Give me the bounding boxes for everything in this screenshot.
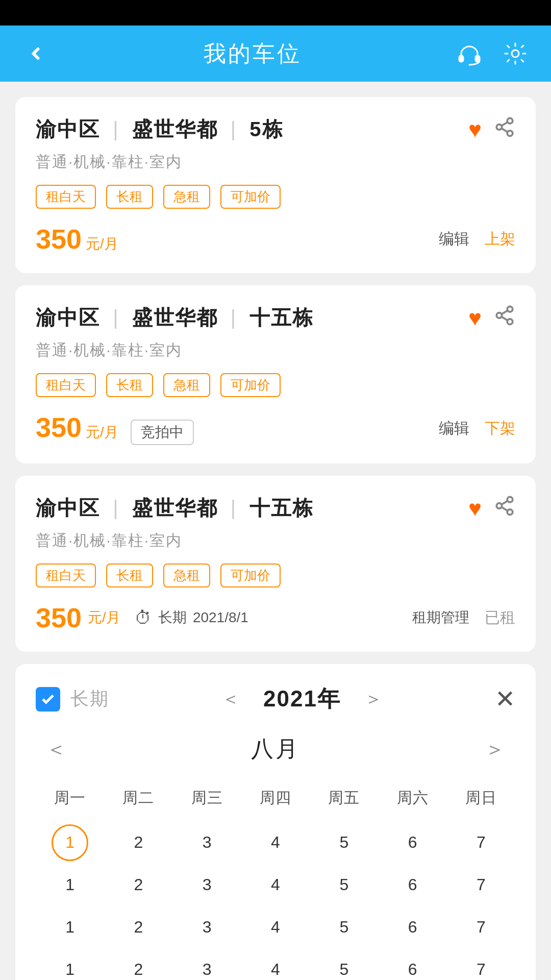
settings-button[interactable] — [500, 38, 531, 69]
calendar-day[interactable]: 7 — [447, 824, 515, 861]
calendar-day[interactable]: 1 — [36, 909, 104, 946]
price-number-2: 350 — [36, 411, 82, 443]
calendar-day[interactable]: 3 — [173, 866, 241, 903]
calendar-day[interactable]: 3 — [173, 824, 241, 861]
calendar-day[interactable]: 1 — [36, 951, 104, 980]
card-2-actions: 编辑 下架 — [439, 418, 515, 439]
calendar-day[interactable]: 5 — [310, 866, 378, 903]
checkbox-area: 长期 — [36, 687, 109, 712]
share-icon-3[interactable] — [494, 495, 515, 521]
card-2-title: 渝中区 | 盛世华都 | 十五栋 — [36, 304, 314, 332]
weekday-1: 周二 — [104, 782, 172, 814]
calendar-day[interactable]: 3 — [173, 951, 241, 980]
weekday-2: 周三 — [173, 782, 241, 814]
price-unit-2: 元/月 — [86, 423, 118, 442]
svg-line-11 — [502, 317, 508, 321]
edit-button-2[interactable]: 编辑 — [439, 418, 469, 439]
tag-3: 可加价 — [220, 373, 281, 397]
calendar-day[interactable]: 5 — [310, 824, 378, 861]
calendar-day[interactable]: 6 — [378, 824, 446, 861]
card-3-title: 渝中区 | 盛世华都 | 十五栋 — [36, 494, 314, 522]
share-icon[interactable] — [494, 116, 515, 142]
card-2-icons: ♥ — [468, 305, 515, 331]
calendar-day[interactable]: 1 — [52, 824, 88, 861]
down-button-2[interactable]: 下架 — [485, 418, 515, 439]
price-unit: 元/月 — [86, 234, 118, 254]
calendar-day[interactable]: 3 — [173, 909, 241, 946]
card-3-rent-info: 350 元/月 ⏱ 长期 2021/8/1 — [36, 602, 248, 633]
price-number: 350 — [36, 223, 82, 255]
tag-0: 租白天 — [36, 185, 96, 209]
clock-icon: ⏱ — [135, 608, 152, 628]
month-next-button[interactable]: ＞ — [474, 731, 515, 767]
calendar-day[interactable]: 6 — [378, 951, 446, 980]
calendar-panel: 长期 ＜ 2021年 ＞ ✕ ＜ 八月 ＞ 周一 周二 周三 周四 周五 周六 … — [15, 664, 536, 980]
tag-1: 长租 — [106, 185, 153, 209]
card-3-actions: 租期管理 已租 — [412, 607, 515, 628]
tag-2: 急租 — [163, 373, 210, 397]
long-term-checkbox[interactable] — [36, 687, 60, 712]
calendar-day[interactable]: 7 — [447, 909, 515, 946]
tag-0: 租白天 — [36, 373, 96, 397]
favorite-icon-2[interactable]: ♥ — [468, 305, 482, 331]
card-1-tags: 租白天 长租 急租 可加价 — [36, 185, 515, 209]
tag-2: 急租 — [163, 185, 210, 209]
card-3-icons: ♥ — [468, 495, 515, 521]
calendar-day[interactable]: 4 — [241, 866, 310, 903]
auction-badge: 竞拍中 — [131, 420, 194, 445]
year-nav: ＜ 2021年 ＞ — [213, 682, 391, 716]
calendar-day[interactable]: 2 — [104, 866, 172, 903]
calendar-day[interactable]: 7 — [447, 866, 515, 903]
tag-3: 可加价 — [220, 564, 281, 587]
month-nav: ＜ 八月 ＞ — [36, 731, 515, 767]
calendar-day[interactable]: 6 — [378, 909, 446, 946]
svg-line-16 — [502, 507, 508, 511]
main-content: 渝中区 | 盛世华都 | 5栋 ♥ 普通·机械·靠柱·室内 租白天 长租 急租 — [0, 82, 551, 980]
calendar-day[interactable]: 5 — [310, 951, 378, 980]
rented-label: 已租 — [485, 607, 515, 628]
customer-service-button[interactable] — [454, 38, 485, 69]
calendar-day[interactable]: 4 — [241, 951, 310, 980]
month-prev-button[interactable]: ＜ — [36, 731, 77, 767]
month-label: 八月 — [251, 734, 300, 764]
rent-manage-button[interactable]: 租期管理 — [412, 608, 469, 627]
svg-line-7 — [502, 122, 508, 126]
share-icon-2[interactable] — [494, 305, 515, 331]
card-1-price: 350 元/月 — [36, 223, 118, 255]
weekday-0: 周一 — [36, 782, 104, 814]
calendar-day[interactable]: 1 — [36, 866, 104, 903]
year-prev-button[interactable]: ＜ — [213, 682, 248, 716]
card-2-subtitle: 普通·机械·靠柱·室内 — [36, 340, 515, 361]
shelve-button-1[interactable]: 上架 — [485, 229, 515, 250]
header-icons — [454, 38, 531, 69]
calendar-day[interactable]: 2 — [104, 909, 172, 946]
card-1-subtitle: 普通·机械·靠柱·室内 — [36, 152, 515, 173]
favorite-icon-3[interactable]: ♥ — [468, 496, 482, 521]
svg-line-6 — [502, 129, 508, 132]
svg-rect-0 — [459, 56, 463, 62]
calendar-day[interactable]: 4 — [241, 824, 310, 861]
card-1-bottom: 350 元/月 编辑 上架 — [36, 223, 515, 255]
edit-button-1[interactable]: 编辑 — [439, 229, 469, 250]
card-1-title: 渝中区 | 盛世华都 | 5栋 — [36, 115, 284, 143]
calendar-day[interactable]: 2 — [104, 824, 172, 861]
calendar-day[interactable]: 4 — [241, 909, 310, 946]
calendar-header: 长期 ＜ 2021年 ＞ ✕ — [36, 682, 515, 716]
calendar-day[interactable]: 5 — [310, 909, 378, 946]
favorite-icon[interactable]: ♥ — [468, 117, 482, 142]
calendar-days: 123456712345671234567123456712 — [36, 824, 515, 980]
svg-line-17 — [502, 501, 508, 504]
card-3-tags: 租白天 长租 急租 可加价 — [36, 564, 515, 587]
parking-card-2: 渝中区 | 盛世华都 | 十五栋 ♥ 普通·机械·靠柱·室内 租白天 长租 急租 — [15, 285, 536, 463]
tag-2: 急租 — [163, 564, 210, 587]
year-next-button[interactable]: ＞ — [356, 682, 391, 716]
card-3-bottom: 350 元/月 ⏱ 长期 2021/8/1 租期管理 已租 — [36, 602, 515, 633]
calendar-day[interactable]: 6 — [378, 866, 446, 903]
close-calendar-button[interactable]: ✕ — [495, 687, 515, 712]
back-button[interactable] — [20, 38, 51, 69]
calendar-day[interactable]: 7 — [447, 951, 515, 980]
card-1-actions: 编辑 上架 — [439, 229, 515, 250]
parking-card-1: 渝中区 | 盛世华都 | 5栋 ♥ 普通·机械·靠柱·室内 租白天 长租 急租 — [15, 97, 536, 273]
calendar-day[interactable]: 2 — [104, 951, 172, 980]
svg-point-2 — [512, 50, 519, 57]
